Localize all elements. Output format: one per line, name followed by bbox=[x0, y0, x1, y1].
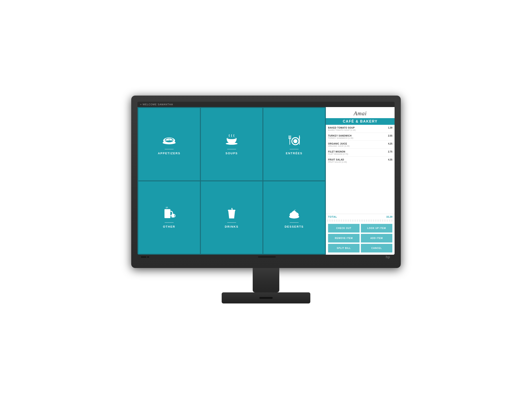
port-slot bbox=[141, 256, 146, 258]
order-item: FILET MIGNON FILET MIGNON (2.75) 2.75 bbox=[328, 151, 392, 157]
main-area: APPETIZERS bbox=[137, 107, 395, 255]
bottom-bezel: hp bbox=[137, 255, 395, 259]
item-info: FRUIT SALAD FRUIT SALAD (4.35) bbox=[328, 158, 386, 163]
receipt-header: Amai bbox=[326, 107, 395, 118]
order-items: BAKED TOMATO SOUP BAKED TOMATO SOUP (1.1… bbox=[326, 125, 395, 214]
cancel-button[interactable]: CANCEL bbox=[361, 244, 392, 253]
order-item: ORGANIC JUICE ORGANIC JUICE (4.25) 4.25 bbox=[328, 143, 392, 149]
svg-rect-11 bbox=[289, 138, 291, 139]
bezel-ports-left bbox=[141, 256, 149, 258]
item-price: 1.39 bbox=[386, 127, 392, 129]
desserts-icon bbox=[286, 207, 302, 220]
item-info: BAKED TOMATO SOUP BAKED TOMATO SOUP (1.1… bbox=[328, 127, 386, 131]
entrees-divider bbox=[290, 149, 298, 149]
svg-rect-20 bbox=[228, 210, 235, 211]
item-subname: BAKED TOMATO SOUP (1.15) bbox=[328, 129, 386, 131]
item-name: TURKEY SANDWICH bbox=[328, 134, 386, 137]
category-appetizers[interactable]: APPETIZERS bbox=[138, 108, 200, 180]
svg-rect-8 bbox=[290, 135, 290, 145]
item-price: 4.35 bbox=[386, 158, 392, 161]
svg-rect-9 bbox=[289, 135, 289, 139]
svg-point-26 bbox=[293, 211, 295, 212]
order-item: FRUIT SALAD FRUIT SALAD (4.35) 4.35 bbox=[328, 158, 392, 165]
item-name: BAKED TOMATO SOUP bbox=[328, 127, 386, 129]
split-button[interactable]: SPLIT BILL bbox=[328, 244, 360, 253]
item-name: FILET MIGNON bbox=[328, 151, 386, 153]
other-divider bbox=[165, 222, 174, 223]
svg-rect-16 bbox=[165, 210, 171, 218]
drinks-divider bbox=[227, 222, 236, 223]
svg-point-25 bbox=[294, 213, 299, 217]
monitor-stand-neck bbox=[253, 268, 279, 292]
item-subname: TURKEY SANDWICH (1.35) bbox=[328, 137, 386, 139]
soups-icon bbox=[224, 133, 239, 147]
monitor-stand-base bbox=[222, 292, 310, 304]
monitor-outer: + WELCOME SAMANTHA bbox=[131, 95, 401, 268]
svg-rect-10 bbox=[291, 135, 291, 139]
entrees-label: ENTRÉES bbox=[286, 152, 302, 155]
item-info: FILET MIGNON FILET MIGNON (2.75) bbox=[328, 151, 386, 155]
monitor-screen: + WELCOME SAMANTHA bbox=[137, 102, 395, 255]
other-label: OTHER bbox=[163, 225, 175, 228]
svg-rect-17 bbox=[165, 209, 171, 210]
item-name: FRUIT SALAD bbox=[328, 158, 386, 161]
total-amount: 15.29 bbox=[386, 215, 392, 218]
order-item: TURKEY SANDWICH TURKEY SANDWICH (1.35) 2… bbox=[328, 134, 392, 141]
center-control[interactable] bbox=[258, 256, 276, 258]
total-label: TOTAL bbox=[328, 215, 337, 218]
item-subname: FILET MIGNON (2.75) bbox=[328, 153, 386, 155]
screen-content: + WELCOME SAMANTHA bbox=[137, 102, 395, 255]
category-drinks[interactable]: DRINKS bbox=[201, 181, 262, 254]
lookup-button[interactable]: LOOK UP ITEM bbox=[361, 224, 392, 233]
desserts-label: DESSERTS bbox=[285, 225, 304, 228]
appetizers-label: APPETIZERS bbox=[158, 152, 180, 155]
drinks-icon bbox=[224, 207, 239, 220]
category-soups[interactable]: SOUPS bbox=[201, 108, 262, 180]
svg-text:hp: hp bbox=[386, 255, 390, 259]
desserts-divider bbox=[290, 222, 298, 223]
category-desserts[interactable]: DESSERTS bbox=[263, 181, 325, 254]
svg-rect-19 bbox=[171, 216, 175, 217]
drinks-label: DRINKS bbox=[225, 225, 239, 228]
svg-point-24 bbox=[290, 213, 294, 217]
action-buttons: CHECK OUT LOOK UP ITEM REMOVE ITEM ADD I… bbox=[326, 222, 395, 255]
category-other[interactable]: OTHER bbox=[138, 181, 200, 254]
menu-panel: APPETIZERS bbox=[137, 107, 326, 255]
welcome-text: + WELCOME SAMANTHA bbox=[140, 103, 173, 106]
svg-point-7 bbox=[226, 143, 237, 145]
item-info: ORGANIC JUICE ORGANIC JUICE (4.25) bbox=[328, 143, 386, 147]
item-info: TURKEY SANDWICH TURKEY SANDWICH (1.35) bbox=[328, 134, 386, 139]
order-item: BAKED TOMATO SOUP BAKED TOMATO SOUP (1.1… bbox=[328, 127, 392, 133]
item-subname: FRUIT SALAD (4.35) bbox=[328, 161, 386, 163]
category-entrees[interactable]: ENTRÉES bbox=[263, 108, 325, 180]
appetizers-icon bbox=[161, 133, 177, 147]
restaurant-banner: CAFÉ & BAKERY bbox=[326, 118, 395, 125]
hp-logo: hp bbox=[385, 255, 391, 259]
add-button[interactable]: ADD ITEM bbox=[361, 234, 392, 242]
entrees-icon bbox=[286, 133, 302, 147]
receipt-divider bbox=[326, 219, 395, 222]
welcome-bar: + WELCOME SAMANTHA bbox=[137, 102, 395, 107]
indicator-light bbox=[147, 256, 149, 258]
soups-label: SOUPS bbox=[225, 152, 238, 155]
order-total: TOTAL 15.29 bbox=[326, 214, 395, 219]
receipt-panel: Amai CAFÉ & BAKERY BAKED TOMATO SOUP BAK… bbox=[326, 107, 395, 255]
svg-point-6 bbox=[227, 137, 236, 139]
remove-button[interactable]: REMOVE ITEM bbox=[328, 234, 360, 242]
item-price: 4.25 bbox=[386, 143, 392, 145]
item-name: ORGANIC JUICE bbox=[328, 143, 386, 145]
base-slot bbox=[259, 297, 273, 299]
other-icon bbox=[161, 207, 177, 220]
item-price: 2.75 bbox=[386, 151, 392, 153]
item-subname: ORGANIC JUICE (4.25) bbox=[328, 145, 386, 147]
appetizers-divider bbox=[165, 149, 174, 149]
soups-divider bbox=[227, 149, 236, 149]
svg-point-14 bbox=[293, 139, 298, 143]
restaurant-name: Amai bbox=[328, 110, 392, 117]
item-price: 2.55 bbox=[386, 134, 392, 137]
checkout-button[interactable]: CHECK OUT bbox=[328, 224, 360, 233]
monitor-wrapper: + WELCOME SAMANTHA bbox=[131, 95, 401, 304]
